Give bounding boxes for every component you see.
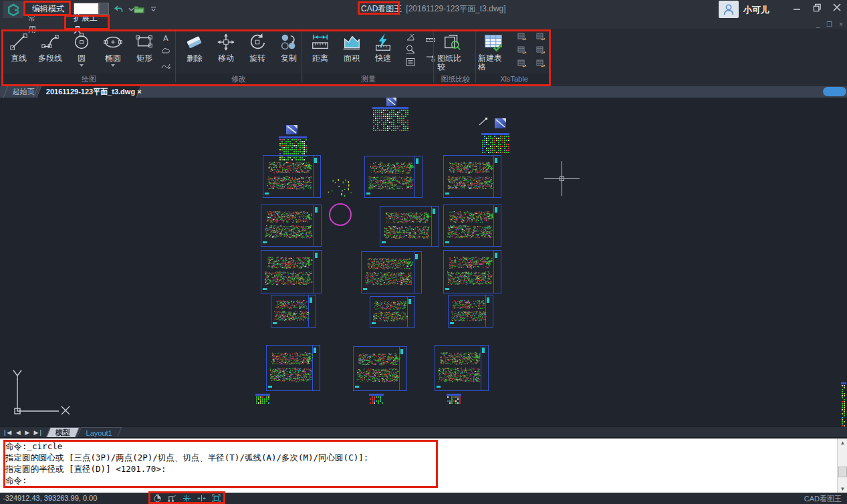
ribbon-button-圆[interactable]: 圆 <box>66 30 97 73</box>
undo-icon[interactable] <box>112 3 124 15</box>
ruler-row-icon[interactable] <box>424 34 437 46</box>
rect-icon <box>134 30 154 54</box>
close-icon[interactable] <box>832 3 842 12</box>
ribbon-button-快速[interactable]: 快速 <box>368 30 398 73</box>
layout-nav-arrows[interactable]: |◀ ◀ ▶ ▶| <box>0 429 48 436</box>
ribbon-button-复制[interactable]: 复制 <box>273 30 304 73</box>
ribbon-toolbar: 直线多段线圆椭圆矩形绘图A删除移动旋转复制修改距离面积快速测量图纸比较图纸比较新… <box>0 29 847 86</box>
ribbon-button-label: 图纸比较 <box>437 54 468 72</box>
pickbox-cursor <box>560 176 564 181</box>
table-edit-icon[interactable] <box>515 45 529 57</box>
restore-icon[interactable] <box>812 3 822 12</box>
ribbon-button-删除[interactable]: 删除 <box>179 30 210 73</box>
table-import-icon[interactable] <box>534 45 548 57</box>
time-icon[interactable] <box>152 493 162 503</box>
ribbon-button-椭圆[interactable]: 椭圆 <box>98 30 128 73</box>
status-brand-label: CAD看图王 <box>804 494 842 504</box>
measure-list-icon[interactable] <box>404 56 417 68</box>
layout-tab-模型[interactable]: 模型 <box>46 427 80 438</box>
ribbon-group-label: 图纸比较 <box>436 74 475 84</box>
doc-tab-label: 起始页 <box>6 87 41 97</box>
command-line: 命令: <box>5 475 834 486</box>
ribbon-button-面积[interactable]: 面积 <box>336 30 367 73</box>
table-export-icon[interactable] <box>534 31 548 43</box>
ribbon-tab-label: 扩展工具 <box>74 13 100 35</box>
child-close-icon[interactable]: × <box>839 21 843 28</box>
doc-tab-drawing[interactable]: 20161129-123平面_t3.dwg × <box>36 86 141 98</box>
drawing-canvas[interactable] <box>0 98 847 426</box>
move-icon <box>216 30 236 54</box>
ribbon-button-图纸比较[interactable]: 图纸比较 <box>437 30 468 73</box>
eraser-icon <box>185 30 205 54</box>
scroll-up-icon[interactable]: ▲ <box>838 438 847 448</box>
command-line: 命令:_circle <box>5 440 834 452</box>
status-bar: -324912.43, 393263.99, 0.00 CAD看图王 <box>0 493 847 504</box>
user-avatar[interactable] <box>719 1 739 18</box>
command-window[interactable]: 命令:_circle指定圆的圆心或 [三点(3P)/两点(2P)/切点、切点、半… <box>0 437 847 493</box>
ribbon-tab-row <box>0 19 847 29</box>
object-snap-icon[interactable] <box>182 493 192 503</box>
ribbon-tab-label: 常用 <box>28 13 41 35</box>
app-title-text: CAD看图王 <box>361 3 402 15</box>
ribbon-group-label: XlsTable <box>477 74 552 84</box>
ribbon-button-直线[interactable]: 直线 <box>3 30 34 73</box>
ribbon-group-绘图: 直线多段线圆椭圆矩形绘图A <box>3 29 175 85</box>
text-icon[interactable]: A <box>159 32 172 44</box>
ribbon-group-图纸比较: 图纸比较图纸比较 <box>436 29 475 85</box>
snap-spacing-icon[interactable] <box>197 493 207 503</box>
doc-tab-start-page[interactable]: 起始页 <box>3 86 38 98</box>
ribbon-button-label: 多段线 <box>38 54 62 63</box>
table-pick-icon[interactable] <box>534 58 548 70</box>
open-folder-icon[interactable] <box>133 3 145 15</box>
selection-box-icon[interactable] <box>211 493 221 503</box>
window-controls <box>792 3 842 12</box>
command-line: 指定圆的圆心或 [三点(3P)/两点(2P)/切点、切点、半径(T)/弧线(A)… <box>5 452 834 463</box>
ribbon-button-label: 旋转 <box>249 54 265 63</box>
table-refresh-icon[interactable] <box>515 58 529 70</box>
child-restore-icon[interactable]: ❒ <box>826 21 832 28</box>
ortho-icon[interactable] <box>167 493 177 503</box>
command-scrollbar[interactable]: ▲ ▼ <box>837 438 847 494</box>
angle-icon[interactable] <box>404 31 417 43</box>
ribbon-group-separator <box>475 31 476 82</box>
ribbon-button-矩形[interactable]: 矩形 <box>129 30 160 73</box>
tab-scroll-pill[interactable] <box>823 87 846 96</box>
rotate-icon <box>247 30 267 54</box>
ribbon-button-旋转[interactable]: 旋转 <box>242 30 273 73</box>
ribbon-button-多段线[interactable]: 多段线 <box>35 30 66 73</box>
scrollbar-thumb[interactable] <box>838 467 847 477</box>
ribbon-button-新建表格[interactable]: 新建表格 <box>478 30 509 73</box>
ribbon-group-separator <box>301 31 301 82</box>
toolbar-overflow-icon[interactable] <box>147 3 159 15</box>
ribbon-group-label: 修改 <box>176 74 301 84</box>
child-window-controls: _ ❒ × <box>816 21 843 28</box>
ribbon-tab-extended-tools[interactable]: 扩展工具 <box>64 19 110 29</box>
ribbon-button-label: 删除 <box>187 54 203 63</box>
dropdown-caret-icon[interactable] <box>111 64 115 67</box>
table-update-icon[interactable] <box>515 31 529 43</box>
arrow-measure-icon[interactable] <box>424 51 437 64</box>
ribbon-button-移动[interactable]: 移动 <box>211 30 241 73</box>
ribbon-group-label: 绘图 <box>3 74 175 84</box>
ribbon-button-label: 直线 <box>11 54 27 63</box>
ribbon-button-label: 椭圆 <box>105 54 121 63</box>
quick-search-button[interactable] <box>99 3 109 15</box>
layout-tab-bar: |◀ ◀ ▶ ▶| 模型Layout1 <box>0 426 847 437</box>
spline-icon[interactable] <box>159 60 172 72</box>
measure-search-icon[interactable] <box>404 43 417 55</box>
drawing-viewport[interactable] <box>0 98 847 426</box>
app-logo[interactable] <box>3 1 23 18</box>
new-table-icon <box>483 30 503 54</box>
ribbon-button-label: 新建表格 <box>478 54 509 72</box>
username-label: 小可儿 <box>743 4 769 16</box>
ribbon-button-距离[interactable]: 距离 <box>305 30 336 73</box>
layout-tab-Layout1[interactable]: Layout1 <box>77 427 122 438</box>
ribbon-tab-common[interactable]: 常用 <box>19 19 51 29</box>
revision-cloud-icon[interactable] <box>159 45 172 57</box>
polyline-icon <box>40 30 60 54</box>
title-bar: 编辑模式 CAD看图王 [20161129-123平面_t3.dwg] 小可儿 <box>0 0 847 19</box>
minimize-icon[interactable] <box>792 3 802 12</box>
dropdown-caret-icon[interactable] <box>80 64 84 67</box>
app-logo-icon <box>7 3 20 17</box>
child-minimize-icon[interactable]: _ <box>816 21 820 28</box>
